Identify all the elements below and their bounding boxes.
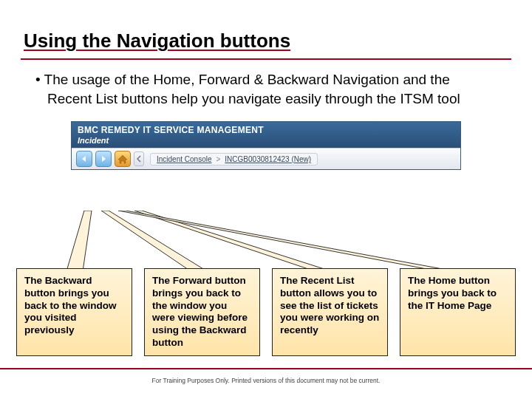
- footnote: For Training Purposes Only. Printed vers…: [0, 377, 532, 384]
- slide-title: Using the Navigation buttons: [24, 30, 508, 52]
- nav-toolbar: Incident Console > INCGB0030812423 (New): [72, 148, 460, 169]
- app-header-title: BMC REMEDY IT SERVICE MANAGEMENT: [78, 125, 454, 135]
- bullet-text: The usage of the Home, Forward & Backwar…: [0, 60, 532, 108]
- app-header: BMC REMEDY IT SERVICE MANAGEMENT Inciden…: [72, 122, 460, 148]
- home-button[interactable]: [115, 151, 131, 167]
- svg-marker-3: [118, 211, 454, 271]
- callout-backward: The Backward button brings you back to t…: [16, 268, 132, 356]
- app-header-subtitle: Incident: [78, 136, 454, 145]
- arrow-right-icon: [100, 155, 107, 163]
- breadcrumb-current: INCGB0030812423 (New): [225, 155, 311, 163]
- breadcrumb: Incident Console > INCGB0030812423 (New): [150, 153, 318, 166]
- recent-list-button[interactable]: [134, 151, 144, 166]
- svg-marker-1: [101, 211, 207, 271]
- back-button[interactable]: [76, 151, 92, 167]
- callout-home: The Home button brings you back to the I…: [400, 268, 516, 356]
- callout-forward: The Forward button brings you back to th…: [144, 268, 260, 356]
- breadcrumb-separator: >: [216, 155, 221, 163]
- chevron-left-icon: [137, 155, 141, 163]
- callouts-row: The Backward button brings you back to t…: [0, 268, 532, 356]
- slide: Using the Navigation buttons The usage o…: [0, 0, 532, 399]
- svg-marker-2: [134, 211, 331, 271]
- callout-recent-list: The Recent List button allows you to see…: [272, 268, 388, 356]
- breadcrumb-link[interactable]: Incident Console: [157, 155, 212, 163]
- home-icon: [117, 154, 128, 164]
- arrow-left-icon: [81, 155, 88, 163]
- app-window: BMC REMEDY IT SERVICE MANAGEMENT Inciden…: [71, 121, 461, 170]
- title-wrap: Using the Navigation buttons: [0, 30, 532, 55]
- forward-button[interactable]: [95, 151, 112, 167]
- bottom-rule: [0, 368, 532, 369]
- svg-marker-0: [66, 211, 92, 271]
